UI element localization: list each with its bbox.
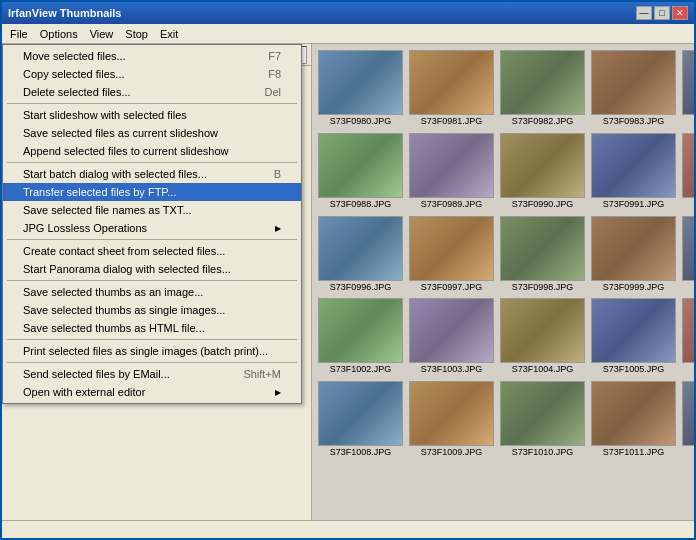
menu-external-editor[interactable]: Open with external editor xyxy=(3,383,301,401)
list-item[interactable]: S73F1009.JPG xyxy=(407,379,496,460)
menu-jpg-lossless[interactable]: JPG Lossless Operations xyxy=(3,219,301,237)
menu-delete-files[interactable]: Delete selected files... Del xyxy=(3,83,301,101)
list-item[interactable]: S73F0980.JPG xyxy=(316,48,405,129)
thumbnail-label: S73F0998.JPG xyxy=(512,282,574,293)
thumbnail-image xyxy=(500,381,585,446)
thumbnail-image xyxy=(682,216,694,281)
menu-save-thumbs-html[interactable]: Save selected thumbs as HTML file... xyxy=(3,319,301,337)
menu-view[interactable]: View xyxy=(84,26,120,42)
thumbnail-image xyxy=(591,50,676,115)
list-item[interactable]: S73F0984.JPG xyxy=(680,48,694,129)
file-dropdown-menu: Move selected files... F7 Copy selected … xyxy=(2,44,302,404)
thumbnail-image xyxy=(318,381,403,446)
sep4 xyxy=(7,280,297,281)
list-item[interactable]: S73F0999.JPG xyxy=(589,214,678,295)
thumbnail-image xyxy=(409,133,494,198)
menu-send-email[interactable]: Send selected files by EMail... Shift+M xyxy=(3,365,301,383)
thumbnail-image xyxy=(318,216,403,281)
sep6 xyxy=(7,362,297,363)
menu-copy-files-shortcut: F8 xyxy=(268,68,281,80)
menu-move-files[interactable]: Move selected files... F7 xyxy=(3,47,301,65)
menu-send-email-shortcut: Shift+M xyxy=(243,368,281,380)
thumbnail-image xyxy=(682,133,694,198)
list-item[interactable]: S73F1008.JPG xyxy=(316,379,405,460)
maximize-button[interactable]: □ xyxy=(654,6,670,20)
list-item[interactable]: S73F1002.JPG xyxy=(316,296,405,377)
list-item[interactable]: S73F1003.JPG xyxy=(407,296,496,377)
thumbnail-image xyxy=(500,216,585,281)
menu-save-txt[interactable]: Save selected file names as TXT... xyxy=(3,201,301,219)
menu-options[interactable]: Options xyxy=(34,26,84,42)
menu-move-files-shortcut: F7 xyxy=(268,50,281,62)
thumbnail-image xyxy=(591,298,676,363)
statusbar xyxy=(2,520,694,538)
thumbnail-label: S73F1010.JPG xyxy=(512,447,574,458)
thumbnail-label: S73F0997.JPG xyxy=(421,282,483,293)
thumbnail-image xyxy=(500,133,585,198)
sep3 xyxy=(7,239,297,240)
thumbnail-image xyxy=(682,381,694,446)
list-item[interactable]: S73F0983.JPG xyxy=(589,48,678,129)
list-item[interactable]: S73F0989.JPG xyxy=(407,131,496,212)
thumbnail-image xyxy=(409,50,494,115)
list-item[interactable]: S73F0997.JPG xyxy=(407,214,496,295)
thumbnail-label: S73F0990.JPG xyxy=(512,199,574,210)
thumbnail-image xyxy=(318,50,403,115)
menu-batch-dialog[interactable]: Start batch dialog with selected files..… xyxy=(3,165,301,183)
menu-contact-sheet[interactable]: Create contact sheet from selected files… xyxy=(3,242,301,260)
menu-panorama[interactable]: Start Panorama dialog with selected file… xyxy=(3,260,301,278)
list-item[interactable]: S73F0988.JPG xyxy=(316,131,405,212)
thumbnail-label: S73F1011.JPG xyxy=(603,447,665,458)
menubar: File Options View Stop Exit xyxy=(2,24,694,44)
menu-append-slideshow-label: Append selected files to current slidesh… xyxy=(23,145,228,157)
list-item[interactable]: S73F0982.JPG xyxy=(498,48,587,129)
thumbnail-label: S73F0999.JPG xyxy=(603,282,665,293)
list-item[interactable]: S73F0991.JPG xyxy=(589,131,678,212)
menu-panorama-label: Start Panorama dialog with selected file… xyxy=(23,263,231,275)
list-item[interactable]: S73F0994.JPG xyxy=(680,131,694,212)
menu-start-slideshow[interactable]: Start slideshow with selected files xyxy=(3,106,301,124)
window-title: IrfanView Thumbnails xyxy=(8,7,122,19)
list-item[interactable]: S73F1006.JPG xyxy=(680,296,694,377)
thumbnail-label: S73F0982.JPG xyxy=(512,116,574,127)
list-item[interactable]: S73F1011.JPG xyxy=(589,379,678,460)
list-item[interactable]: S73F1000.JPG xyxy=(680,214,694,295)
thumbnail-grid: S73F0980.JPG S73F0981.JPG S73F0982.JPG S… xyxy=(316,48,690,460)
menu-transfer-ftp-label: Transfer selected files by FTP... xyxy=(23,186,176,198)
menu-append-slideshow[interactable]: Append selected files to current slidesh… xyxy=(3,142,301,160)
menu-stop[interactable]: Stop xyxy=(119,26,154,42)
menu-exit[interactable]: Exit xyxy=(154,26,184,42)
menu-file[interactable]: File xyxy=(4,26,34,42)
list-item[interactable]: S73F0996.JPG xyxy=(316,214,405,295)
minimize-button[interactable]: — xyxy=(636,6,652,20)
thumbnail-panel[interactable]: S73F0980.JPG S73F0981.JPG S73F0982.JPG S… xyxy=(312,44,694,520)
thumbnail-image xyxy=(500,298,585,363)
sep5 xyxy=(7,339,297,340)
list-item[interactable]: S73F1010.JPG xyxy=(498,379,587,460)
menu-start-slideshow-label: Start slideshow with selected files xyxy=(23,109,187,121)
menu-copy-files[interactable]: Copy selected files... F8 xyxy=(3,65,301,83)
menu-save-thumbs-single[interactable]: Save selected thumbs as single images... xyxy=(3,301,301,319)
menu-save-thumbs-image[interactable]: Save selected thumbs as an image... xyxy=(3,283,301,301)
list-item[interactable]: S73F1004.JPG xyxy=(498,296,587,377)
menu-print-batch[interactable]: Print selected files as single images (b… xyxy=(3,342,301,360)
list-item[interactable]: S73F0990.JPG xyxy=(498,131,587,212)
menu-save-slideshow[interactable]: Save selected files as current slideshow xyxy=(3,124,301,142)
close-button[interactable]: ✕ xyxy=(672,6,688,20)
menu-save-thumbs-html-label: Save selected thumbs as HTML file... xyxy=(23,322,205,334)
menu-copy-files-label: Copy selected files... xyxy=(23,68,125,80)
menu-batch-dialog-label: Start batch dialog with selected files..… xyxy=(23,168,207,180)
thumbnail-label: S73F0981.JPG xyxy=(421,116,483,127)
menu-save-txt-label: Save selected file names as TXT... xyxy=(23,204,192,216)
list-item[interactable]: S73F0981.JPG xyxy=(407,48,496,129)
thumbnail-label: S73F1005.JPG xyxy=(603,364,665,375)
thumbnail-label: S73F0996.JPG xyxy=(330,282,392,293)
list-item[interactable]: S73F0998.JPG xyxy=(498,214,587,295)
menu-transfer-ftp[interactable]: Transfer selected files by FTP... xyxy=(3,183,301,201)
menu-save-slideshow-label: Save selected files as current slideshow xyxy=(23,127,218,139)
list-item[interactable]: S73F1005.JPG xyxy=(589,296,678,377)
list-item[interactable]: S73F1012.JPG xyxy=(680,379,694,460)
titlebar: IrfanView Thumbnails — □ ✕ xyxy=(2,2,694,24)
thumbnail-image xyxy=(682,298,694,363)
menu-batch-dialog-shortcut: B xyxy=(274,168,281,180)
